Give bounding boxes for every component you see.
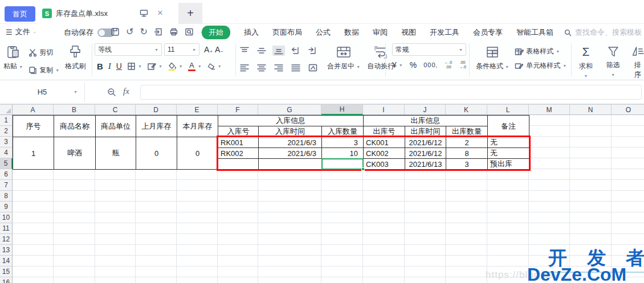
grid-cell-I8[interactable] bbox=[363, 191, 405, 202]
grid-cell-M5[interactable] bbox=[529, 158, 570, 169]
grid-cell-N12[interactable] bbox=[570, 234, 612, 245]
sum-button[interactable]: Σ 求和 ▼ bbox=[577, 43, 595, 80]
grid-cell-N4[interactable] bbox=[570, 147, 612, 158]
grid-cell-O5[interactable] bbox=[612, 158, 644, 169]
formula-input[interactable] bbox=[140, 85, 642, 100]
grid-cell-F8[interactable] bbox=[218, 191, 258, 202]
cell-B3[interactable]: 啤酒 bbox=[54, 137, 96, 170]
cell-C3[interactable]: 瓶 bbox=[95, 137, 136, 170]
grid-cell-A10[interactable] bbox=[13, 212, 54, 223]
grid-cell-O6[interactable] bbox=[612, 169, 644, 180]
thousands-button[interactable]: 000, bbox=[423, 61, 438, 68]
grid-cell-E11[interactable] bbox=[177, 223, 218, 234]
column-header-E[interactable]: E bbox=[177, 104, 218, 115]
grid-cell-M3[interactable] bbox=[529, 137, 570, 147]
print-icon[interactable] bbox=[169, 27, 178, 36]
grid-cell-E15[interactable] bbox=[177, 266, 218, 277]
grid-cell-N6[interactable] bbox=[570, 169, 612, 180]
grid-cell-F9[interactable] bbox=[218, 202, 258, 212]
grid-cell-D10[interactable] bbox=[136, 212, 177, 223]
ribbon-tab-智能工具箱[interactable]: 智能工具箱 bbox=[516, 27, 553, 38]
grid-cell-H16[interactable] bbox=[321, 277, 363, 283]
grid-cell-D16[interactable] bbox=[136, 277, 177, 283]
grid-cell-M10[interactable] bbox=[529, 212, 570, 223]
grid-cell-L8[interactable] bbox=[487, 191, 529, 202]
column-header-G[interactable]: G bbox=[258, 104, 321, 115]
grid-cell-J14[interactable] bbox=[405, 256, 446, 266]
document-tab[interactable]: S 库存盘点单.xlsx × bbox=[38, 3, 178, 24]
grid-cell-C10[interactable] bbox=[95, 212, 136, 223]
row-header-15[interactable]: 15 bbox=[0, 266, 13, 277]
grid-cell-I11[interactable] bbox=[363, 223, 405, 234]
column-header-B[interactable]: B bbox=[54, 104, 95, 115]
grid-cell-K15[interactable] bbox=[446, 266, 487, 277]
valign-top-button[interactable] bbox=[238, 46, 251, 56]
clear-format-button[interactable]: ▼ bbox=[207, 62, 222, 71]
home-button[interactable]: 首页 bbox=[5, 6, 35, 22]
grid-cell-K7[interactable] bbox=[446, 180, 487, 191]
italic-button[interactable]: I bbox=[108, 61, 111, 71]
grid-cell-K9[interactable] bbox=[446, 202, 487, 212]
sort-button[interactable]: 排序 bbox=[631, 43, 644, 80]
grid-cell-E16[interactable] bbox=[177, 277, 218, 283]
cell-E3[interactable]: 0 bbox=[177, 137, 218, 170]
grid-cell-L7[interactable] bbox=[487, 180, 529, 191]
grid-cell-C16[interactable] bbox=[95, 277, 136, 283]
grid-cell-O4[interactable] bbox=[612, 147, 644, 158]
grid-cell-C7[interactable] bbox=[95, 180, 136, 191]
ribbon-tab-插入[interactable]: 插入 bbox=[244, 27, 259, 38]
grid-cell-C13[interactable] bbox=[95, 245, 136, 256]
grid-cell-L10[interactable] bbox=[487, 212, 529, 223]
cell-A3[interactable]: 1 bbox=[13, 137, 54, 170]
monitor-icon[interactable] bbox=[140, 9, 148, 17]
grid-cell-K11[interactable] bbox=[446, 223, 487, 234]
column-header-J[interactable]: J bbox=[405, 104, 446, 115]
row-header-8[interactable]: 8 bbox=[0, 191, 13, 202]
halign-right-button[interactable] bbox=[272, 63, 285, 73]
grid-cell-G12[interactable] bbox=[258, 234, 321, 245]
save-icon[interactable] bbox=[111, 27, 120, 36]
grid-cell-O10[interactable] bbox=[612, 212, 644, 223]
grid-cell-H11[interactable] bbox=[321, 223, 363, 234]
grid-cell-G14[interactable] bbox=[258, 256, 321, 266]
grid-cell-B11[interactable] bbox=[54, 223, 95, 234]
grid-cell-H14[interactable] bbox=[321, 256, 363, 266]
grid-cell-I15[interactable] bbox=[363, 266, 405, 277]
grid-cell-O9[interactable] bbox=[612, 202, 644, 212]
ribbon-tab-页面布局[interactable]: 页面布局 bbox=[272, 27, 302, 38]
ribbon-tab-数据[interactable]: 数据 bbox=[344, 27, 359, 38]
row-header-13[interactable]: 13 bbox=[0, 245, 13, 256]
grid-cell-J10[interactable] bbox=[405, 212, 446, 223]
fill-handle[interactable] bbox=[361, 167, 365, 171]
column-header-A[interactable]: A bbox=[13, 104, 54, 115]
grid-cell-J7[interactable] bbox=[405, 180, 446, 191]
grid-cell-F16[interactable] bbox=[218, 277, 258, 283]
row-header-6[interactable]: 6 bbox=[0, 169, 13, 180]
wrap-text-button[interactable]: 自动换行 bbox=[367, 43, 394, 73]
grid-cell-C12[interactable] bbox=[95, 234, 136, 245]
grid-cell-G9[interactable] bbox=[258, 202, 321, 212]
column-header-M[interactable]: M bbox=[529, 104, 570, 115]
print-preview-icon[interactable] bbox=[185, 27, 194, 36]
grid-cell-N8[interactable] bbox=[570, 191, 612, 202]
ribbon-tab-视图[interactable]: 视图 bbox=[401, 27, 416, 38]
column-header-K[interactable]: K bbox=[446, 104, 487, 115]
grid-cell-F11[interactable] bbox=[218, 223, 258, 234]
row-header-1[interactable]: 1 bbox=[0, 115, 13, 126]
increase-font-button[interactable]: A+ bbox=[204, 45, 213, 54]
grid-cell-K12[interactable] bbox=[446, 234, 487, 245]
cell-A1[interactable]: 序号 bbox=[13, 115, 54, 137]
grid-cell-M4[interactable] bbox=[529, 147, 570, 158]
grid-cell-C6[interactable] bbox=[95, 169, 136, 180]
column-header-D[interactable]: D bbox=[136, 104, 177, 115]
new-tab-button[interactable]: + bbox=[178, 3, 202, 24]
grid-cell-O7[interactable] bbox=[612, 180, 644, 191]
indent-decrease-button[interactable] bbox=[290, 46, 302, 56]
grid-cell-J12[interactable] bbox=[405, 234, 446, 245]
cell-B1[interactable]: 商品名称 bbox=[54, 115, 96, 137]
zoom-out-icon[interactable] bbox=[107, 88, 116, 97]
cell-F1[interactable]: 入库信息 bbox=[218, 115, 364, 126]
name-box[interactable]: H5 ▼ bbox=[0, 80, 84, 104]
column-header-H[interactable]: H bbox=[321, 104, 363, 115]
decimal-decrease-button[interactable]: .00→.0 bbox=[459, 60, 466, 69]
